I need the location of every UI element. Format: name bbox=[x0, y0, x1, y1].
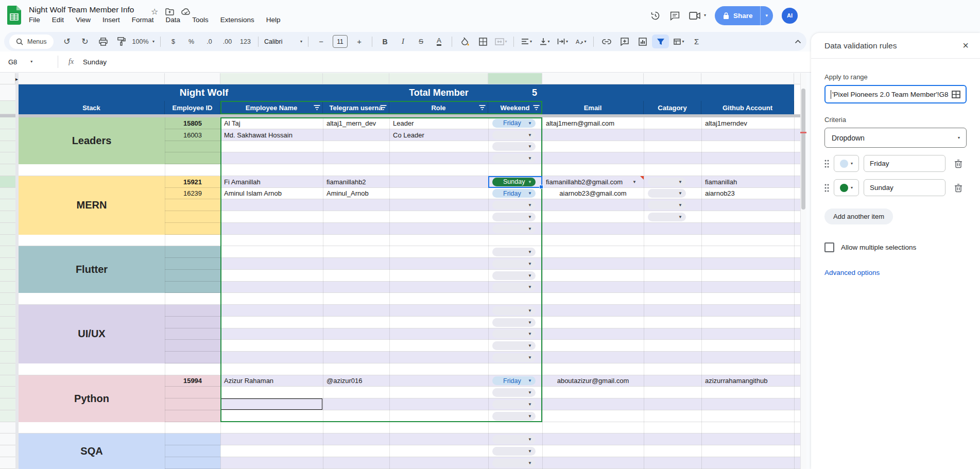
cell-C28[interactable] bbox=[165, 410, 220, 422]
add-another-item-button[interactable]: Add another item bbox=[824, 209, 893, 224]
criteria-select[interactable]: Dropdown ▾ bbox=[824, 128, 967, 148]
column-header-catagory[interactable]: Catagory bbox=[644, 101, 701, 114]
row-number-28[interactable] bbox=[0, 410, 15, 422]
weekend-chip-G32[interactable]: ▼ bbox=[492, 459, 536, 467]
column-header-letter-C[interactable] bbox=[165, 73, 220, 84]
cell-C26[interactable] bbox=[165, 387, 220, 398]
advanced-options-link[interactable]: Advanced options bbox=[824, 269, 967, 276]
row-number-10[interactable] bbox=[0, 199, 15, 211]
section-mern[interactable]: MERN bbox=[19, 176, 165, 235]
cell-J25[interactable]: azizurrahamangithub bbox=[701, 375, 794, 387]
allow-multiple-selections[interactable]: Allow multiple selections bbox=[824, 242, 967, 252]
row-number-26[interactable] bbox=[0, 387, 15, 398]
column-header-stack[interactable]: Stack bbox=[19, 101, 165, 114]
cell-C15[interactable] bbox=[165, 258, 220, 270]
row-number-4[interactable] bbox=[0, 129, 15, 141]
row-number-8[interactable] bbox=[0, 176, 15, 188]
item-label-input[interactable]: Sunday bbox=[864, 179, 945, 196]
drag-handle-icon[interactable] bbox=[824, 160, 829, 168]
cell-C22[interactable] bbox=[165, 340, 220, 352]
row-number-27[interactable] bbox=[0, 398, 15, 410]
cell-C31[interactable] bbox=[165, 445, 220, 457]
cell-C9[interactable]: 16239 bbox=[165, 188, 220, 200]
cell-C25[interactable]: 15994 bbox=[165, 375, 220, 387]
fill-handle[interactable] bbox=[539, 185, 543, 189]
cell-C10[interactable] bbox=[165, 199, 220, 211]
cell-C6[interactable] bbox=[165, 152, 220, 164]
cell-H3[interactable]: altaj1mern@gmail.com bbox=[542, 117, 644, 129]
category-chip-I8[interactable]: ▼ bbox=[648, 178, 686, 186]
section-python[interactable]: Python bbox=[19, 375, 165, 422]
row-number-13[interactable] bbox=[0, 235, 15, 247]
row-number-1[interactable] bbox=[0, 84, 15, 101]
column-header-letter-F[interactable] bbox=[389, 73, 488, 84]
row-number-25[interactable] bbox=[0, 375, 15, 387]
row-number-17[interactable] bbox=[0, 282, 15, 293]
close-icon[interactable]: × bbox=[962, 40, 969, 51]
column-header-letter-G[interactable] bbox=[488, 73, 542, 84]
range-input[interactable]: 'Pixel Pioneers 2.0 Team Member'!G8 bbox=[824, 85, 967, 103]
cell-C11[interactable] bbox=[165, 211, 220, 223]
cell-C16[interactable] bbox=[165, 270, 220, 282]
row-number-14[interactable] bbox=[0, 246, 15, 258]
row-number-21[interactable] bbox=[0, 328, 15, 340]
cell-C5[interactable] bbox=[165, 141, 220, 153]
section-flutter[interactable]: Flutter bbox=[19, 246, 165, 293]
item-color-swatch[interactable]: ▾ bbox=[834, 179, 859, 196]
cell-C14[interactable] bbox=[165, 246, 220, 258]
item-color-swatch[interactable]: ▾ bbox=[834, 155, 859, 172]
weekend-chip-G30[interactable]: ▼ bbox=[492, 435, 536, 444]
column-header-letter-J[interactable] bbox=[701, 73, 794, 84]
row-number-31[interactable] bbox=[0, 445, 15, 457]
row-number-19[interactable] bbox=[0, 305, 15, 317]
column-header-letter-E[interactable] bbox=[323, 73, 389, 84]
cell-C30[interactable] bbox=[165, 433, 220, 445]
cell-J3[interactable]: altaj1merndev bbox=[701, 117, 794, 129]
group-collapse-icon[interactable]: ▸ bbox=[15, 75, 22, 83]
category-chip-I10[interactable]: ▼ bbox=[648, 201, 686, 210]
cell-H9[interactable]: aiarnob23@gmail.com bbox=[542, 188, 644, 200]
cell-dropdown-caret-icon[interactable]: ▼ bbox=[632, 180, 641, 184]
column-header-letter-I[interactable] bbox=[644, 73, 701, 84]
row-number-16[interactable] bbox=[0, 270, 15, 282]
row-number-29[interactable] bbox=[0, 422, 15, 434]
column-header-letter-B[interactable] bbox=[19, 73, 165, 84]
drag-handle-icon[interactable] bbox=[824, 184, 829, 192]
cell-C23[interactable] bbox=[165, 352, 220, 363]
cell-C32[interactable] bbox=[165, 457, 220, 469]
cell-C8[interactable]: 15921 bbox=[165, 176, 220, 188]
cell-C3[interactable]: 15805 bbox=[165, 117, 220, 129]
item-label-input[interactable]: Friday bbox=[864, 155, 945, 172]
cell-C27[interactable] bbox=[165, 398, 220, 410]
row-number-9[interactable] bbox=[0, 188, 15, 200]
corner-box[interactable] bbox=[0, 73, 15, 84]
select-data-range-icon[interactable] bbox=[952, 91, 960, 98]
row-number-12[interactable] bbox=[0, 223, 15, 235]
row-number-11[interactable] bbox=[0, 211, 15, 223]
section-uiux[interactable]: UI/UX bbox=[19, 305, 165, 363]
column-header-letter-H[interactable] bbox=[542, 73, 644, 84]
cell-C21[interactable] bbox=[165, 328, 220, 340]
selected-cell-G8[interactable] bbox=[488, 176, 542, 188]
row-number-30[interactable] bbox=[0, 433, 15, 445]
cell-J9[interactable]: aiarnob23 bbox=[701, 188, 794, 200]
weekend-chip-G31[interactable]: ▼ bbox=[492, 447, 536, 456]
cell-H25[interactable]: aboutazizur@gmail.com bbox=[542, 375, 644, 387]
cell-J8[interactable]: fiamanillah bbox=[701, 176, 794, 188]
delete-item-icon[interactable] bbox=[954, 183, 962, 193]
row-number-5[interactable] bbox=[0, 141, 15, 153]
column-header-github-account[interactable]: Github Account bbox=[701, 101, 794, 114]
vertical-scrollbar-thumb[interactable] bbox=[801, 89, 805, 210]
row-number-15[interactable] bbox=[0, 258, 15, 270]
section-leaders[interactable]: Leaders bbox=[19, 117, 165, 164]
row-number-20[interactable] bbox=[0, 317, 15, 328]
cell-C17[interactable] bbox=[165, 282, 220, 293]
column-header-employee-id[interactable]: Employee ID bbox=[165, 101, 220, 114]
row-number-22[interactable] bbox=[0, 340, 15, 352]
row-number-6[interactable] bbox=[0, 152, 15, 164]
delete-item-icon[interactable] bbox=[954, 159, 962, 168]
row-number-32[interactable] bbox=[0, 457, 15, 469]
row-number-18[interactable] bbox=[0, 293, 15, 305]
checkbox-icon[interactable] bbox=[824, 242, 834, 252]
column-header-letter-D[interactable] bbox=[220, 73, 323, 84]
